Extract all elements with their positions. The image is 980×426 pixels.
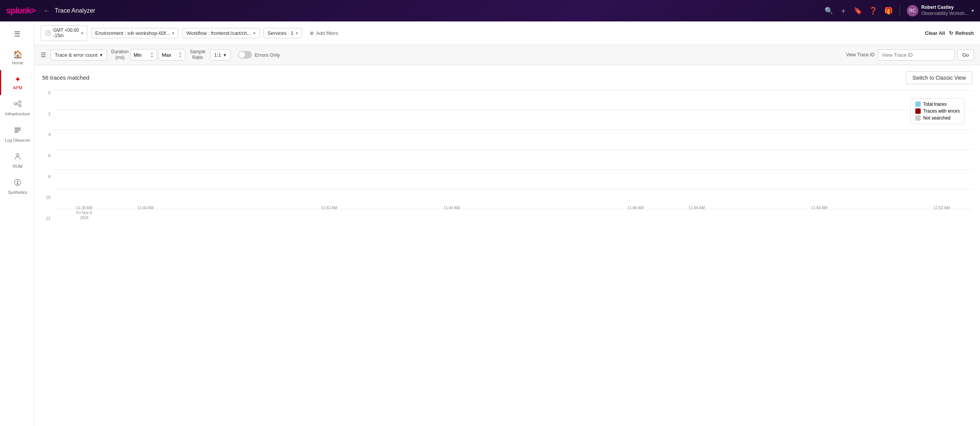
bars-container (54, 90, 972, 209)
toolbar-menu-icon[interactable]: ☰ (41, 51, 46, 59)
gift-icon[interactable]: 🎁 (884, 7, 893, 15)
add-icon[interactable]: ＋ (840, 6, 847, 15)
y-label: 10 (42, 195, 51, 200)
bar-group (362, 90, 420, 209)
svg-point-2 (19, 105, 21, 107)
add-filters-label: Add filters (316, 30, 338, 36)
nav-icons: 🔍 ＋ 🔖 ❓ 🎁 RC Robert Castley Observabilit… (825, 5, 974, 16)
legend-color-errors (915, 108, 921, 114)
y-label: 0 (42, 90, 51, 95)
svg-line-4 (16, 104, 19, 105)
metric-select[interactable]: Trace & error count ▾ (51, 49, 107, 61)
environment-filter-chevron: ▾ (172, 31, 174, 35)
bar-group (788, 90, 847, 209)
x-label: 11:52 AM (911, 205, 972, 210)
y-label: 4 (42, 132, 51, 137)
avatar: RC (907, 5, 918, 16)
add-filters-icon: ⊕ (310, 30, 314, 36)
sidebar-item-synthetics[interactable]: Synthetics (0, 174, 34, 200)
rum-icon (13, 152, 22, 162)
sidebar-item-log-observer[interactable]: Log Observer (0, 121, 34, 147)
svg-point-8 (16, 153, 19, 156)
bookmark-icon[interactable]: 🔖 (854, 7, 862, 15)
view-trace-section: View Trace ID Go (846, 49, 974, 61)
x-label: 11:46 AM (605, 205, 666, 210)
legend-item-not-searched: Not searched (915, 115, 960, 121)
view-trace-id-input[interactable] (878, 49, 954, 61)
user-name: Robert Castley (921, 5, 969, 11)
sidebar-item-label: Log Observer (5, 138, 31, 143)
go-button[interactable]: Go (957, 49, 974, 61)
duration-min-input[interactable]: Min ▲▼ (130, 49, 157, 61)
y-label: 2 (42, 111, 51, 116)
main-layout: ☰ 🏠 Home ✦ APM Infrastructure Log Observ… (0, 21, 980, 426)
help-icon[interactable]: ❓ (869, 7, 877, 15)
switch-to-classic-view-button[interactable]: Switch to Classic View (906, 71, 972, 84)
x-label: 11:44 AM (421, 205, 482, 210)
bar-group (666, 90, 725, 209)
sample-ratio-select[interactable]: 1:1 ▾ (210, 49, 230, 61)
workflow-filter[interactable]: Workflow : frontend:/cart/ch... ▾ (182, 28, 260, 38)
filter-bar: 🕐 GMT +00:00 -15m ▾ Environment : s4r-wo… (34, 21, 980, 45)
errors-only-group: Errors Only (238, 51, 280, 59)
chart-legend: Total traces Traces with errors Not sear… (910, 98, 965, 124)
workflow-filter-label: Workflow : frontend:/cart/ch... (186, 30, 251, 36)
legend-color-not-searched (915, 115, 921, 121)
splunk-logo: splunk> (6, 6, 36, 16)
chart-area: 56 traces matched Switch to Classic View… (34, 65, 980, 426)
clear-all-button[interactable]: Clear All (925, 30, 945, 36)
user-menu-chevron: ▾ (972, 8, 974, 13)
environment-filter-label: Environment : s4r-workshop-60f... (95, 30, 170, 36)
bar-group (483, 90, 542, 209)
svg-point-10 (17, 180, 18, 182)
user-menu[interactable]: RC Robert Castley Observability Worksh..… (907, 5, 974, 16)
bar-group (179, 90, 238, 209)
legend-label-total: Total traces (923, 102, 946, 107)
duration-max-input[interactable]: Max ▲▼ (158, 49, 185, 61)
min-spinner[interactable]: ▲▼ (150, 51, 154, 58)
services-filter-chevron: ▾ (296, 31, 298, 35)
synthetics-icon (13, 178, 22, 188)
add-filters-button[interactable]: ⊕ Add filters (306, 28, 342, 38)
time-filter-chevron: ▾ (81, 31, 83, 35)
sidebar-item-infrastructure[interactable]: Infrastructure (0, 95, 34, 121)
sidebar-item-home[interactable]: 🏠 Home (0, 45, 34, 70)
chart-body: 11:38 AM Fri Nov 8 202411:40 AM11:42 AM1… (54, 90, 972, 221)
refresh-label: Refresh (956, 30, 974, 36)
bar-group (727, 90, 786, 209)
page-title: Trace Analyzer (55, 7, 820, 14)
legend-color-total (915, 102, 921, 107)
time-filter[interactable]: 🕐 GMT +00:00 -15m ▾ (41, 25, 87, 41)
sidebar-item-label: Home (12, 61, 23, 66)
user-org: Observability Worksh... (921, 11, 969, 17)
nav-back-button[interactable]: ← (43, 7, 50, 15)
sidebar-item-apm[interactable]: ✦ APM (0, 70, 34, 95)
home-icon: 🏠 (13, 50, 23, 59)
view-trace-id-label: View Trace ID (846, 52, 874, 57)
refresh-icon: ↻ (949, 30, 953, 36)
environment-filter[interactable]: Environment : s4r-workshop-60f... ▾ (91, 28, 178, 38)
x-label: 11:40 AM (115, 205, 176, 210)
sidebar-item-rum[interactable]: RUM (0, 147, 34, 174)
hamburger-button[interactable]: ☰ (10, 26, 24, 42)
x-axis: 11:38 AM Fri Nov 8 202411:40 AM11:42 AM1… (54, 205, 972, 221)
time-filter-label: GMT +00:00 -15m (53, 28, 79, 39)
errors-only-label: Errors Only (255, 52, 280, 58)
sidebar-item-label: Synthetics (8, 190, 28, 195)
sidebar-item-label: APM (13, 85, 22, 90)
errors-only-toggle[interactable] (238, 51, 252, 59)
infrastructure-icon (13, 100, 22, 110)
legend-item-total: Total traces (915, 102, 960, 107)
y-axis: 12 10 8 6 4 2 0 (42, 90, 54, 221)
max-spinner[interactable]: ▲▼ (179, 51, 182, 58)
search-icon[interactable]: 🔍 (825, 7, 833, 15)
refresh-button[interactable]: ↻ Refresh (949, 30, 974, 36)
bar-group (118, 90, 177, 209)
x-label: 11:50 AM (789, 205, 850, 210)
sidebar-item-label: Infrastructure (5, 111, 30, 116)
sample-ratio-label: Sample Ratio (190, 49, 206, 61)
svg-point-1 (19, 101, 21, 103)
bar-group (606, 90, 664, 209)
y-label: 12 (42, 216, 51, 221)
services-filter[interactable]: Services · 1 ▾ (263, 28, 302, 38)
